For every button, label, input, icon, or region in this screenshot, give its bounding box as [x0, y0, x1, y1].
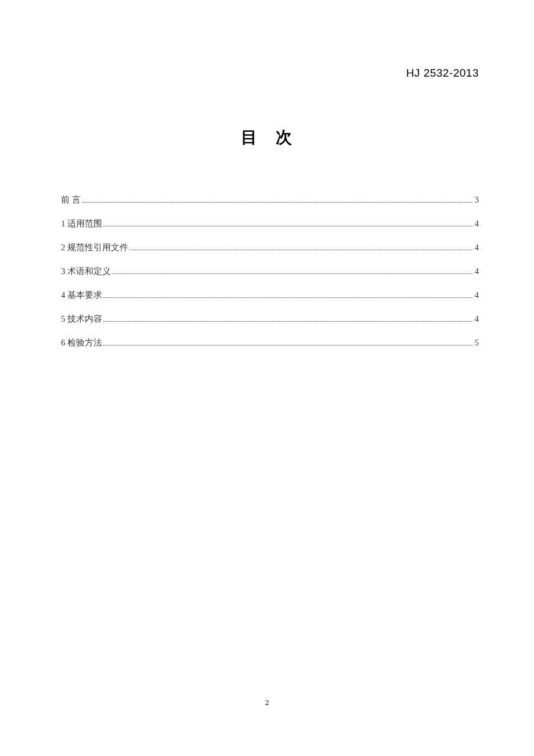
toc-label: 3 术语和定义 [61, 265, 111, 278]
toc-page-number: 5 [475, 337, 479, 349]
table-of-contents: 前 言 3 1 适用范围 4 2 规范性引用文件 4 3 术语和定义 4 4 基… [61, 194, 479, 349]
toc-label: 5 技术内容 [61, 313, 102, 325]
toc-leader-dots [129, 250, 472, 250]
toc-page-number: 3 [475, 194, 479, 206]
standard-code: HJ 2532-2013 [406, 67, 479, 80]
toc-entry: 4 基本要求 4 [61, 289, 479, 301]
toc-leader-dots [103, 226, 472, 226]
toc-label: 1 适用范围 [61, 218, 102, 230]
page-footer-number: 2 [0, 698, 534, 707]
toc-page-number: 4 [475, 313, 479, 325]
document-page: HJ 2532-2013 目 次 前 言 3 1 适用范围 4 2 规范性引用文… [0, 0, 534, 756]
toc-entry: 5 技术内容 4 [61, 313, 479, 325]
toc-entry: 1 适用范围 4 [61, 218, 479, 230]
toc-entry: 3 术语和定义 4 [61, 265, 479, 278]
toc-label: 4 基本要求 [61, 289, 102, 301]
toc-label: 前 言 [61, 194, 81, 206]
toc-label: 2 规范性引用文件 [61, 242, 128, 254]
toc-title: 目 次 [61, 127, 479, 149]
toc-leader-dots [103, 321, 472, 322]
toc-page-number: 4 [475, 289, 479, 301]
toc-page-number: 4 [475, 218, 479, 230]
toc-page-number: 4 [475, 265, 479, 278]
toc-page-number: 4 [475, 242, 479, 254]
toc-leader-dots [82, 202, 472, 203]
toc-entry: 2 规范性引用文件 4 [61, 242, 479, 254]
toc-entry: 6 检验方法 5 [61, 337, 479, 349]
toc-label: 6 检验方法 [61, 337, 102, 349]
toc-entry: 前 言 3 [61, 194, 479, 206]
toc-leader-dots [112, 273, 472, 274]
toc-leader-dots [103, 345, 472, 345]
toc-leader-dots [103, 297, 472, 298]
